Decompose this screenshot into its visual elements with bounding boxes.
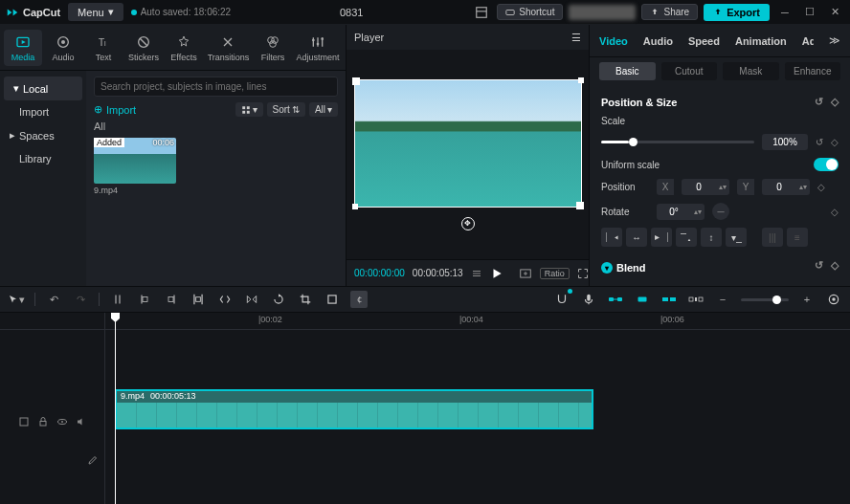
align-bottom-icon[interactable]: ▾⎯ — [726, 228, 747, 247]
freeze-icon[interactable] — [324, 291, 341, 308]
reset-icon[interactable]: ↺ — [815, 96, 823, 108]
reverse-icon[interactable] — [216, 291, 234, 308]
window-close[interactable]: ✕ — [825, 3, 844, 22]
select-tool-icon[interactable]: ▾ — [8, 291, 25, 308]
reset-scale-icon[interactable]: ↺ — [816, 137, 823, 147]
subtab-basic[interactable]: Basic — [599, 62, 656, 80]
tabs-overflow-icon[interactable]: ≫ — [829, 34, 840, 47]
stepper-icon[interactable]: ▴▾ — [691, 208, 705, 216]
mic-icon[interactable] — [580, 291, 597, 308]
track-cover-icon[interactable] — [18, 416, 30, 427]
sidebar-item-library[interactable]: Library — [0, 147, 86, 170]
auto-snap-icon[interactable] — [660, 291, 678, 308]
rotate-dial-icon[interactable]: ─ — [712, 203, 729, 220]
tab-media[interactable]: Media — [4, 30, 42, 66]
track-edit-icon[interactable] — [87, 454, 99, 466]
align-vcenter-icon[interactable]: ↕ — [701, 228, 722, 247]
zoom-out-icon[interactable]: − — [714, 291, 731, 308]
layout-icon[interactable] — [472, 3, 491, 22]
zoom-fit-icon[interactable] — [825, 291, 842, 308]
sidebar-item-local[interactable]: ▾Local — [4, 77, 82, 100]
player-canvas[interactable]: ✥ — [347, 50, 589, 259]
import-link[interactable]: ⊕ Import — [94, 103, 136, 116]
user-account[interactable] — [569, 5, 636, 20]
sort-button[interactable]: Sort ⇅ — [267, 102, 305, 117]
preview-track-icon[interactable] — [634, 291, 651, 308]
export-button[interactable]: Export — [704, 4, 770, 21]
window-maximize[interactable]: ☐ — [800, 3, 819, 22]
align-hcenter-icon[interactable]: ↔ — [626, 228, 647, 247]
tab-stickers[interactable]: Stickers — [124, 30, 163, 66]
sidebar-item-spaces[interactable]: ▸Spaces — [0, 123, 86, 147]
menu-button[interactable]: Menu ▾ — [68, 3, 123, 21]
tab-adjust[interactable]: Adjust — [802, 35, 814, 47]
split-delete-icon[interactable] — [190, 291, 207, 308]
track-lock-icon[interactable] — [37, 416, 49, 427]
captions-icon[interactable]: ₵ — [350, 291, 368, 308]
keyframe-rotate-icon[interactable]: ◇ — [831, 207, 839, 217]
align-top-icon[interactable]: ⎺▴ — [676, 228, 697, 247]
tab-effects[interactable]: Effects — [165, 30, 203, 66]
scale-slider[interactable] — [601, 141, 754, 143]
timeline-clip[interactable]: 9.mp4 00:00:05:13 — [115, 389, 593, 429]
preview-frame[interactable] — [354, 79, 582, 208]
blend-section[interactable]: ▾ Blend — [601, 262, 646, 274]
subtab-mask[interactable]: Mask — [723, 62, 779, 80]
uniform-scale-toggle[interactable] — [814, 158, 839, 171]
tab-animation[interactable]: Animation — [735, 35, 787, 47]
playhead[interactable] — [115, 313, 116, 504]
position-y-stepper[interactable]: ▴▾ — [762, 179, 810, 195]
subtab-enhance[interactable]: Enhance — [785, 62, 841, 80]
view-mode-button[interactable]: ▾ — [235, 102, 263, 117]
window-minimize[interactable]: ─ — [775, 3, 794, 22]
align-right-icon[interactable]: ▸⎹ — [651, 228, 672, 247]
compare-icon[interactable] — [519, 267, 532, 280]
tab-speed[interactable]: Speed — [688, 35, 720, 47]
keyframe-icon[interactable]: ◇ — [831, 96, 839, 108]
keyframe-blend-icon[interactable]: ◇ — [831, 259, 839, 272]
fullscreen-icon[interactable] — [577, 268, 589, 279]
stepper-icon[interactable]: ▴▾ — [716, 183, 729, 191]
play-button[interactable] — [490, 267, 503, 280]
timeline-tracks[interactable]: |00:02 |00:04 |00:06 9.mp4 00:00:05:13 — [105, 313, 850, 504]
link-track-icon[interactable] — [607, 291, 624, 308]
list-icon[interactable] — [471, 268, 482, 279]
player-menu-icon[interactable]: ☰ — [571, 32, 581, 44]
crop-icon[interactable] — [297, 291, 314, 308]
tab-video[interactable]: Video — [599, 35, 628, 47]
delete-left-icon[interactable] — [136, 291, 153, 308]
magnet-icon[interactable] — [553, 291, 570, 308]
track-visible-icon[interactable] — [56, 416, 68, 427]
center-cursor-icon[interactable]: ✥ — [461, 217, 475, 230]
tab-audio[interactable]: Audio — [44, 30, 82, 66]
zoom-slider[interactable] — [741, 298, 789, 301]
rotate-stepper[interactable]: ▴▾ — [657, 204, 705, 220]
tab-transitions[interactable]: Transitions — [205, 30, 252, 66]
tab-filters[interactable]: Filters — [254, 30, 292, 66]
scale-value[interactable] — [762, 134, 808, 150]
reset-blend-icon[interactable]: ↺ — [815, 259, 823, 272]
ratio-button[interactable]: Ratio — [540, 268, 570, 279]
position-x-stepper[interactable]: ▴▾ — [682, 179, 729, 195]
track-mute-icon[interactable] — [76, 416, 87, 427]
stepper-icon[interactable]: ▴▾ — [796, 183, 810, 191]
tab-adjustment[interactable]: Adjustment — [294, 30, 342, 66]
sidebar-item-import[interactable]: Import — [0, 100, 86, 123]
ripple-icon[interactable] — [687, 291, 705, 308]
mirror-icon[interactable] — [243, 291, 260, 308]
timeline-ruler[interactable]: |00:02 |00:04 |00:06 — [105, 313, 850, 330]
zoom-in-icon[interactable]: + — [798, 291, 816, 308]
filter-all-button[interactable]: All ▾ — [309, 102, 338, 117]
rotate-cw-icon[interactable] — [270, 291, 287, 308]
shortcut-button[interactable]: Shortcut — [497, 4, 563, 20]
split-icon[interactable] — [109, 291, 126, 308]
keyframe-position-icon[interactable]: ◇ — [817, 182, 825, 192]
subtab-cutout[interactable]: Cutout — [661, 62, 718, 80]
share-button[interactable]: Share — [641, 4, 698, 20]
delete-right-icon[interactable] — [163, 291, 180, 308]
redo-icon[interactable]: ↷ — [72, 291, 89, 308]
keyframe-scale-icon[interactable]: ◇ — [831, 137, 839, 147]
tab-text[interactable]: TI Text — [84, 30, 123, 66]
search-input[interactable] — [94, 77, 338, 97]
tab-audio-insp[interactable]: Audio — [643, 35, 673, 47]
